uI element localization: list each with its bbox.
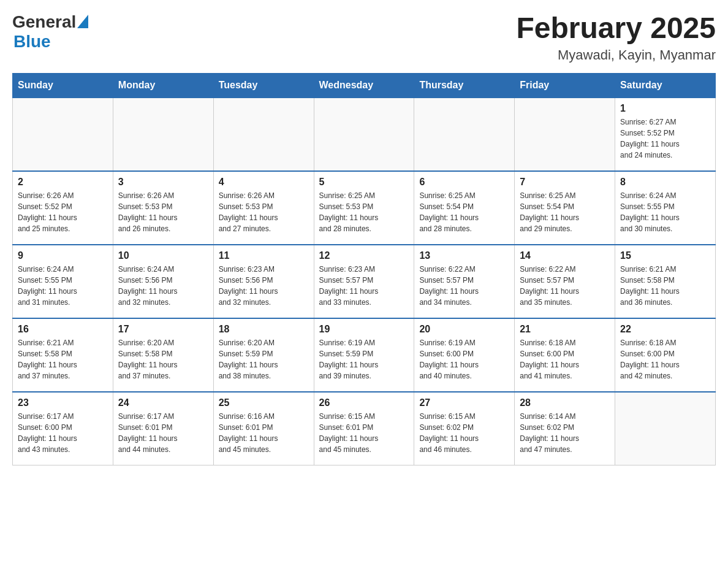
calendar-cell: 12Sunrise: 6:23 AM Sunset: 5:57 PM Dayli… — [314, 245, 414, 318]
day-number: 17 — [118, 324, 208, 335]
day-info: Sunrise: 6:15 AM Sunset: 6:01 PM Dayligh… — [319, 411, 409, 455]
calendar-cell: 10Sunrise: 6:24 AM Sunset: 5:56 PM Dayli… — [113, 245, 213, 318]
header-monday: Monday — [113, 73, 213, 98]
day-info: Sunrise: 6:24 AM Sunset: 5:56 PM Dayligh… — [118, 264, 208, 308]
header-thursday: Thursday — [414, 73, 515, 98]
calendar-cell: 18Sunrise: 6:20 AM Sunset: 5:59 PM Dayli… — [213, 318, 314, 392]
calendar-cell: 5Sunrise: 6:25 AM Sunset: 5:53 PM Daylig… — [314, 171, 414, 245]
calendar-cell — [515, 98, 615, 171]
logo-blue-text: Blue — [13, 32, 51, 51]
svg-marker-0 — [77, 15, 88, 28]
day-number: 9 — [18, 250, 108, 261]
calendar-cell: 19Sunrise: 6:19 AM Sunset: 5:59 PM Dayli… — [314, 318, 414, 392]
day-info: Sunrise: 6:26 AM Sunset: 5:52 PM Dayligh… — [18, 190, 108, 234]
day-info: Sunrise: 6:24 AM Sunset: 5:55 PM Dayligh… — [18, 264, 108, 308]
day-info: Sunrise: 6:26 AM Sunset: 5:53 PM Dayligh… — [118, 190, 208, 234]
calendar-cell — [13, 98, 113, 171]
day-info: Sunrise: 6:26 AM Sunset: 5:53 PM Dayligh… — [219, 190, 309, 234]
day-info: Sunrise: 6:15 AM Sunset: 6:02 PM Dayligh… — [419, 411, 509, 455]
month-title: February 2025 — [516, 12, 716, 45]
calendar-week-row: 9Sunrise: 6:24 AM Sunset: 5:55 PM Daylig… — [13, 245, 716, 318]
day-info: Sunrise: 6:17 AM Sunset: 6:00 PM Dayligh… — [18, 411, 108, 455]
header-saturday: Saturday — [615, 73, 716, 98]
calendar-cell — [314, 98, 414, 171]
calendar-cell: 17Sunrise: 6:20 AM Sunset: 5:58 PM Dayli… — [113, 318, 213, 392]
calendar-cell — [113, 98, 213, 171]
day-number: 15 — [620, 250, 710, 261]
calendar-cell: 27Sunrise: 6:15 AM Sunset: 6:02 PM Dayli… — [414, 392, 515, 465]
calendar-cell: 3Sunrise: 6:26 AM Sunset: 5:53 PM Daylig… — [113, 171, 213, 245]
calendar-cell: 16Sunrise: 6:21 AM Sunset: 5:58 PM Dayli… — [13, 318, 113, 392]
day-number: 4 — [219, 177, 309, 188]
day-info: Sunrise: 6:24 AM Sunset: 5:55 PM Dayligh… — [620, 190, 710, 234]
day-number: 2 — [18, 177, 108, 188]
calendar-cell — [615, 392, 716, 465]
calendar-week-row: 2Sunrise: 6:26 AM Sunset: 5:52 PM Daylig… — [13, 171, 716, 245]
calendar-cell: 21Sunrise: 6:18 AM Sunset: 6:00 PM Dayli… — [515, 318, 615, 392]
day-number: 21 — [520, 324, 610, 335]
page-header: General Blue February 2025 Myawadi, Kayi… — [12, 12, 716, 63]
calendar-cell: 28Sunrise: 6:14 AM Sunset: 6:02 PM Dayli… — [515, 392, 615, 465]
calendar-cell: 15Sunrise: 6:21 AM Sunset: 5:58 PM Dayli… — [615, 245, 716, 318]
calendar-cell: 11Sunrise: 6:23 AM Sunset: 5:56 PM Dayli… — [213, 245, 314, 318]
day-number: 5 — [319, 177, 409, 188]
day-info: Sunrise: 6:23 AM Sunset: 5:56 PM Dayligh… — [219, 264, 309, 308]
header-tuesday: Tuesday — [213, 73, 314, 98]
day-number: 22 — [620, 324, 710, 335]
day-info: Sunrise: 6:21 AM Sunset: 5:58 PM Dayligh… — [18, 337, 108, 381]
calendar-cell: 24Sunrise: 6:17 AM Sunset: 6:01 PM Dayli… — [113, 392, 213, 465]
day-info: Sunrise: 6:21 AM Sunset: 5:58 PM Dayligh… — [620, 264, 710, 308]
day-info: Sunrise: 6:18 AM Sunset: 6:00 PM Dayligh… — [620, 337, 710, 381]
day-info: Sunrise: 6:16 AM Sunset: 6:01 PM Dayligh… — [219, 411, 309, 455]
day-number: 10 — [118, 250, 208, 261]
day-number: 3 — [118, 177, 208, 188]
calendar-cell: 8Sunrise: 6:24 AM Sunset: 5:55 PM Daylig… — [615, 171, 716, 245]
day-info: Sunrise: 6:27 AM Sunset: 5:52 PM Dayligh… — [620, 117, 710, 161]
day-number: 12 — [319, 250, 409, 261]
location-title: Myawadi, Kayin, Myanmar — [516, 47, 716, 63]
day-number: 24 — [118, 397, 208, 408]
calendar-cell: 23Sunrise: 6:17 AM Sunset: 6:00 PM Dayli… — [13, 392, 113, 465]
day-info: Sunrise: 6:19 AM Sunset: 5:59 PM Dayligh… — [319, 337, 409, 381]
calendar-week-row: 23Sunrise: 6:17 AM Sunset: 6:00 PM Dayli… — [13, 392, 716, 465]
title-area: February 2025 Myawadi, Kayin, Myanmar — [516, 12, 716, 63]
day-number: 20 — [419, 324, 509, 335]
day-number: 16 — [18, 324, 108, 335]
day-number: 26 — [319, 397, 409, 408]
calendar-cell: 9Sunrise: 6:24 AM Sunset: 5:55 PM Daylig… — [13, 245, 113, 318]
logo-triangle-icon — [77, 15, 88, 28]
day-info: Sunrise: 6:25 AM Sunset: 5:53 PM Dayligh… — [319, 190, 409, 234]
day-info: Sunrise: 6:17 AM Sunset: 6:01 PM Dayligh… — [118, 411, 208, 455]
day-number: 25 — [219, 397, 309, 408]
day-number: 23 — [18, 397, 108, 408]
day-number: 18 — [219, 324, 309, 335]
day-number: 11 — [219, 250, 309, 261]
day-number: 13 — [419, 250, 509, 261]
day-number: 6 — [419, 177, 509, 188]
header-sunday: Sunday — [13, 73, 113, 98]
logo-general-text: General — [12, 12, 76, 32]
day-info: Sunrise: 6:22 AM Sunset: 5:57 PM Dayligh… — [419, 264, 509, 308]
weekday-header-row: Sunday Monday Tuesday Wednesday Thursday… — [13, 73, 716, 98]
day-info: Sunrise: 6:14 AM Sunset: 6:02 PM Dayligh… — [520, 411, 610, 455]
day-info: Sunrise: 6:23 AM Sunset: 5:57 PM Dayligh… — [319, 264, 409, 308]
calendar-week-row: 1Sunrise: 6:27 AM Sunset: 5:52 PM Daylig… — [13, 98, 716, 171]
calendar-cell: 7Sunrise: 6:25 AM Sunset: 5:54 PM Daylig… — [515, 171, 615, 245]
day-number: 27 — [419, 397, 509, 408]
calendar-cell: 13Sunrise: 6:22 AM Sunset: 5:57 PM Dayli… — [414, 245, 515, 318]
calendar-cell — [213, 98, 314, 171]
calendar-cell: 25Sunrise: 6:16 AM Sunset: 6:01 PM Dayli… — [213, 392, 314, 465]
day-info: Sunrise: 6:22 AM Sunset: 5:57 PM Dayligh… — [520, 264, 610, 308]
calendar-cell: 26Sunrise: 6:15 AM Sunset: 6:01 PM Dayli… — [314, 392, 414, 465]
calendar-cell: 1Sunrise: 6:27 AM Sunset: 5:52 PM Daylig… — [615, 98, 716, 171]
day-info: Sunrise: 6:25 AM Sunset: 5:54 PM Dayligh… — [520, 190, 610, 234]
calendar-table: Sunday Monday Tuesday Wednesday Thursday… — [12, 73, 716, 466]
calendar-cell: 4Sunrise: 6:26 AM Sunset: 5:53 PM Daylig… — [213, 171, 314, 245]
logo: General Blue — [12, 12, 88, 52]
day-number: 19 — [319, 324, 409, 335]
day-number: 7 — [520, 177, 610, 188]
calendar-cell: 22Sunrise: 6:18 AM Sunset: 6:00 PM Dayli… — [615, 318, 716, 392]
calendar-cell: 20Sunrise: 6:19 AM Sunset: 6:00 PM Dayli… — [414, 318, 515, 392]
day-info: Sunrise: 6:20 AM Sunset: 5:58 PM Dayligh… — [118, 337, 208, 381]
day-number: 28 — [520, 397, 610, 408]
